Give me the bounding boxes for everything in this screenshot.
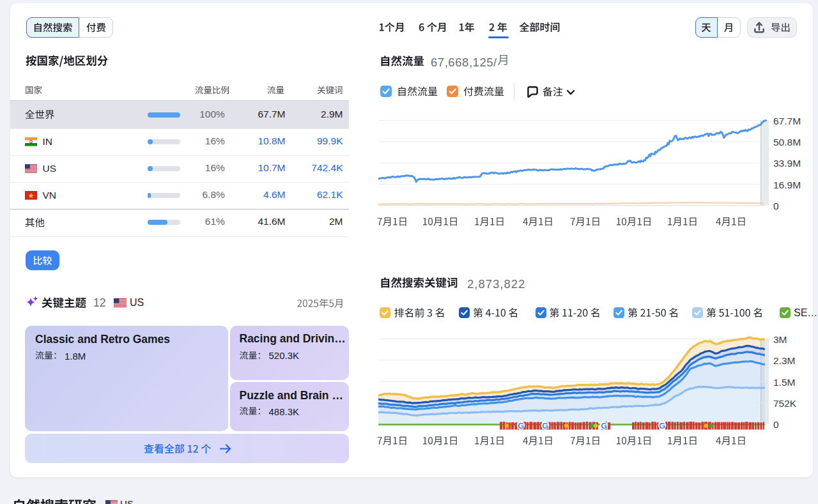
svg-text:G: G bbox=[659, 422, 665, 431]
svg-text:G: G bbox=[601, 422, 607, 431]
svg-text:G: G bbox=[542, 422, 548, 431]
svg-text:G: G bbox=[518, 422, 524, 431]
